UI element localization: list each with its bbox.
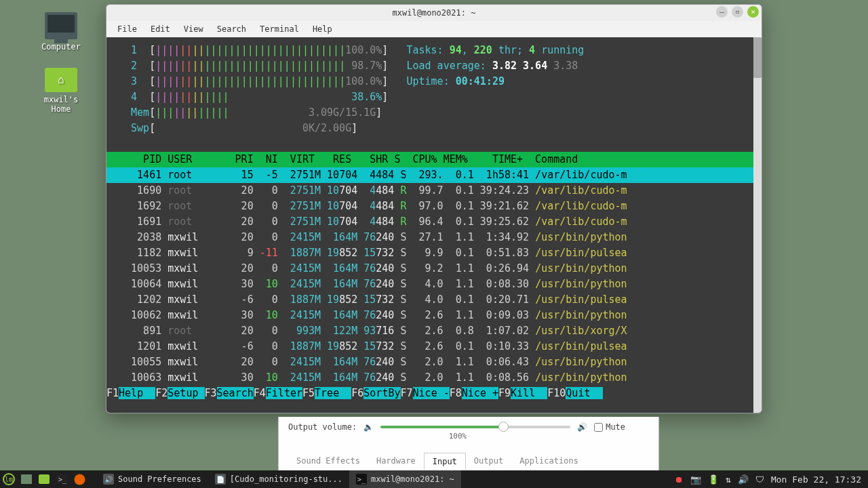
process-row[interactable]: 10053 mxwil 20 0 2415M 164M 76240 S 9.2 … [106, 261, 762, 277]
terminal-menubar: File Edit View Search Terminal Help [106, 21, 762, 37]
taskbar: lm >_ 🔊Sound Preferences 📄[Cudo_monitori… [0, 470, 868, 488]
svg-text:>_: >_ [58, 476, 67, 484]
sound-icon: 🔊 [103, 474, 114, 485]
process-row[interactable]: 1690 root 20 0 2751M 10704 4484 R 99.7 0… [106, 183, 762, 199]
slider-thumb[interactable] [498, 422, 509, 432]
tab-hardware[interactable]: Hardware [368, 453, 424, 470]
terminal-icon: >_ [356, 474, 367, 485]
sound-tabs: Sound Effects Hardware Input Output Appl… [288, 453, 649, 470]
svg-point-6 [74, 474, 85, 485]
document-icon: 📄 [215, 474, 226, 485]
desktop-icon-label: mxwil's Home [34, 95, 88, 114]
screen-record-icon[interactable]: ⏺ [675, 474, 684, 485]
process-row[interactable]: 1182 mxwil 9 -11 1887M 19852 15732 S 9.9… [106, 245, 762, 261]
tab-applications[interactable]: Applications [511, 453, 587, 470]
menu-search[interactable]: Search [212, 22, 252, 36]
volume-tray-icon[interactable]: 🔊 [738, 474, 749, 485]
window-title: mxwil@mono2021: ~ [393, 8, 476, 18]
process-row[interactable]: 10055 mxwil 20 0 2415M 164M 76240 S 2.0 … [106, 354, 762, 370]
network-icon[interactable]: ⇅ [726, 474, 731, 485]
window-minimize-button[interactable]: — [716, 6, 728, 18]
process-row[interactable]: 1461 root 15 -5 2751M 10704 4484 S 293. … [106, 167, 762, 183]
show-desktop-button[interactable] [18, 470, 35, 488]
menu-file[interactable]: File [112, 22, 142, 36]
process-row[interactable]: 10063 mxwil 30 10 2415M 164M 76240 S 2.0… [106, 370, 762, 386]
desktop-computer-icon[interactable]: Computer [34, 12, 88, 52]
process-row[interactable]: 10064 mxwil 30 10 2415M 164M 76240 S 4.0… [106, 277, 762, 292]
folder-icon [45, 68, 77, 92]
firefox-button[interactable] [71, 470, 88, 488]
process-row[interactable]: 891 root 20 0 993M 122M 93716 S 2.6 0.8 … [106, 323, 762, 339]
speaker-low-icon: 🔈 [363, 422, 374, 432]
terminal-body[interactable]: 1 [|||||||||||||||||||||||||||||||100.0%… [106, 37, 762, 413]
shield-icon[interactable]: 🛡 [755, 474, 764, 485]
system-tray: ⏺ 📷 🔋 ⇅ 🔊 🛡 Mon Feb 22, 17:32 [675, 474, 868, 485]
process-row[interactable]: 1691 root 20 0 2751M 10704 4484 R 96.4 0… [106, 214, 762, 230]
speaker-high-icon: 🔊 [577, 422, 587, 432]
svg-text:lm: lm [5, 476, 13, 483]
terminal-launcher-button[interactable]: >_ [53, 470, 71, 488]
monitor-icon [45, 12, 77, 39]
menu-view[interactable]: View [178, 22, 209, 36]
process-row[interactable]: 1202 mxwil -6 0 1887M 19852 15732 S 4.0 … [106, 292, 762, 308]
process-row[interactable]: 10062 mxwil 30 10 2415M 164M 76240 S 2.6… [106, 308, 762, 323]
menu-help[interactable]: Help [307, 22, 338, 36]
process-row[interactable]: 2038 mxwil 20 0 2415M 164M 76240 S 27.1 … [106, 230, 762, 245]
terminal-window: mxwil@mono2021: ~ — ▫ × File Edit View S… [106, 4, 762, 413]
process-row[interactable]: 1201 mxwil -6 0 1887M 19852 15732 S 2.6 … [106, 339, 762, 354]
taskbar-item-cudo[interactable]: 📄[Cudo_monitoring-stu... [208, 470, 349, 488]
desktop-home-icon[interactable]: mxwil's Home [34, 68, 88, 114]
window-titlebar[interactable]: mxwil@mono2021: ~ — ▫ × [106, 5, 762, 21]
svg-rect-2 [21, 474, 32, 484]
mute-checkbox[interactable]: Mute [594, 422, 625, 432]
desktop-icon-label: Computer [34, 42, 88, 52]
window-maximize-button[interactable]: ▫ [732, 6, 743, 18]
scrollbar-thumb[interactable] [753, 37, 762, 78]
battery-icon[interactable]: 🔋 [708, 474, 719, 485]
window-close-button[interactable]: × [747, 6, 759, 18]
process-table-header[interactable]: PID USER PRI NI VIRT RES SHR S CPU% MEM%… [106, 152, 762, 167]
volume-percent: 100% [363, 432, 553, 441]
camera-icon[interactable]: 📷 [690, 474, 701, 485]
clock[interactable]: Mon Feb 22, 17:32 [771, 474, 861, 485]
menu-button[interactable]: lm [0, 470, 18, 488]
taskbar-item-sound[interactable]: 🔊Sound Preferences [96, 470, 208, 488]
tab-sound-effects[interactable]: Sound Effects [288, 453, 368, 470]
output-volume-label: Output volume: [288, 422, 357, 432]
scrollbar[interactable] [753, 37, 762, 413]
svg-rect-3 [39, 474, 50, 484]
tab-input[interactable]: Input [424, 453, 466, 470]
sound-preferences-window: Output volume: 🔈 🔊 Mute 100% Sound Effec… [278, 417, 659, 471]
tab-output[interactable]: Output [466, 453, 511, 470]
taskbar-item-terminal[interactable]: >_mxwil@mono2021: ~ [349, 470, 461, 488]
menu-edit[interactable]: Edit [145, 22, 176, 36]
files-button[interactable] [35, 470, 53, 488]
volume-slider[interactable] [380, 426, 570, 428]
menu-terminal[interactable]: Terminal [254, 22, 304, 36]
process-row[interactable]: 1692 root 20 0 2751M 10704 4484 R 97.0 0… [106, 199, 762, 214]
